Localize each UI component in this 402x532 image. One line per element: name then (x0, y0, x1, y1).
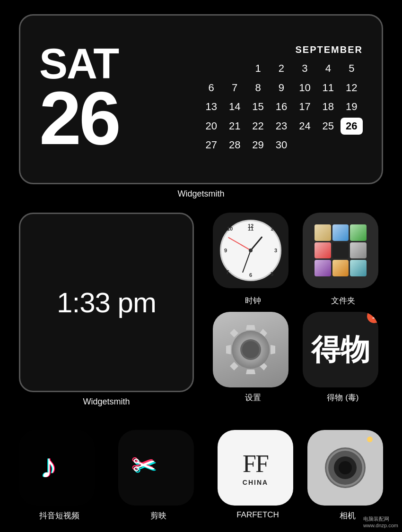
cal-cell: 15 (247, 98, 269, 116)
folder-mini-9 (350, 260, 367, 276)
clock-num-1: 1 (271, 226, 273, 232)
camera-flash (367, 437, 373, 442)
cal-cell: 18 (317, 98, 339, 116)
clock-num-5: 5 (271, 271, 273, 277)
watermark: 电脑装配网 www.dnzp.com (363, 515, 398, 528)
cal-cell: 20 (200, 118, 222, 135)
cal-cell: 3 (294, 60, 316, 77)
cal-cell: 14 (223, 98, 245, 116)
camera-lens-core (339, 461, 352, 474)
settings-app-icon[interactable] (213, 312, 288, 387)
farfetch-ff-text: FF (243, 450, 268, 478)
cal-cell: 28 (223, 137, 245, 154)
folder-mini-1 (315, 224, 331, 241)
folder-mini-6 (350, 242, 367, 259)
date-number: 26 (39, 80, 172, 156)
capcut-app-icon[interactable]: ✂ ✂ ✂ (118, 430, 194, 506)
clock-app-label: 时钟 (213, 295, 293, 306)
tiktok-note-white: ♪ (40, 446, 57, 485)
cal-cell: 19 (341, 98, 363, 116)
cal-cell: 21 (223, 118, 245, 135)
clock-num-6: 6 (249, 272, 252, 278)
tiktok-app-icon[interactable]: ♪ ♪ ♪ (19, 430, 95, 506)
widgetsmith-label-2: Widgetsmith (19, 397, 194, 407)
folder-mini-2 (332, 224, 349, 241)
cal-cell: 17 (294, 98, 316, 116)
clock-num-9: 9 (224, 248, 227, 253)
calendar-month: SEPTEMBER (200, 44, 363, 55)
cal-cell: 2 (270, 60, 292, 77)
cal-cell: 27 (200, 137, 222, 154)
cal-cell: 30 (270, 137, 292, 154)
farfetch-china-text: CHINA (243, 479, 268, 486)
watermark-line1: 电脑装配网 (363, 515, 398, 523)
date-left: SAT 26 (39, 43, 172, 156)
camera-lens-inner (334, 456, 357, 479)
deewu-text: 得物 (311, 330, 370, 369)
folder-mini-3 (350, 224, 367, 241)
cal-cell: 5 (341, 60, 363, 77)
cal-cell: 6 (200, 79, 222, 97)
capcut-icon: ✂ ✂ ✂ (132, 449, 180, 487)
deewu-app-label: 得物 (毒) (303, 392, 383, 403)
folder-mini-7 (315, 260, 331, 276)
time-widget[interactable]: 1:33 pm (19, 213, 194, 392)
capcut-scissors-white: ✂ (132, 449, 156, 482)
folder-mini-4 (315, 242, 331, 259)
clock-num-3: 3 (274, 248, 277, 253)
camera-app-icon[interactable] (307, 430, 383, 506)
clock-minute-hand (242, 250, 251, 273)
capcut-app-label: 剪映 (118, 510, 199, 521)
cal-cell: 4 (317, 60, 339, 77)
widgetsmith-label-1: Widgetsmith (0, 189, 402, 199)
deewu-badge: 1 (367, 312, 378, 323)
cal-cell: 8 (247, 79, 269, 97)
camera-lens (328, 451, 362, 485)
camera-body (328, 451, 362, 485)
folder-grid (315, 224, 367, 276)
farfetch-app-icon[interactable]: FF CHINA (218, 430, 293, 506)
cal-cell: 1 (247, 60, 269, 77)
cal-cell: 22 (247, 118, 269, 135)
time-display: 1:33 pm (57, 286, 156, 319)
cal-cell: 25 (317, 118, 339, 135)
cal-cell: 9 (270, 79, 292, 97)
cal-cell: 12 (341, 79, 363, 97)
cal-cell-today: 26 (341, 118, 363, 135)
clock-num-10: 10 (227, 226, 233, 232)
folder-mini-5 (332, 242, 349, 259)
clock-center (249, 249, 253, 252)
cal-cell: 29 (247, 137, 269, 154)
clock-num-7: 7 (226, 269, 229, 275)
cal-cell: 11 (317, 79, 339, 97)
tiktok-icon: ♪ ♪ ♪ (31, 442, 83, 494)
date-widget[interactable]: SAT 26 SEPTEMBER 1 2 3 4 5 6 7 8 9 10 11… (19, 14, 383, 184)
folder-mini-8 (332, 260, 349, 276)
clock-app-icon[interactable]: 12 1 3 5 6 7 9 10 11 (213, 213, 288, 288)
clock-face: 12 1 3 5 6 7 9 10 11 (220, 220, 281, 281)
cal-cell: 16 (270, 98, 292, 116)
calendar: SEPTEMBER 1 2 3 4 5 6 7 8 9 10 11 12 13 … (172, 44, 363, 154)
svg-point-2 (242, 341, 259, 358)
clock-num-11: 11 (248, 226, 253, 232)
cal-cell: 13 (200, 98, 222, 116)
cal-cell: 10 (294, 79, 316, 97)
watermark-line2: www.dnzp.com (363, 523, 398, 528)
deewu-app-icon[interactable]: 得物 1 (303, 312, 378, 387)
folder-app-label: 文件夹 (303, 295, 383, 306)
cal-cell: 7 (223, 79, 245, 97)
cal-cell: 23 (270, 118, 292, 135)
settings-app-label: 设置 (213, 392, 293, 403)
clock-second-hand (228, 237, 251, 251)
farfetch-app-label: FARFETCH (218, 510, 298, 520)
settings-gear-icon (225, 324, 277, 376)
cal-cell: 24 (294, 118, 316, 135)
tiktok-app-label: 抖音短视频 (19, 510, 99, 521)
farfetch-logo: FF CHINA (243, 450, 268, 486)
calendar-grid: 1 2 3 4 5 6 7 8 9 10 11 12 13 14 15 16 1… (200, 60, 363, 154)
folder-app-icon[interactable] (303, 213, 378, 288)
